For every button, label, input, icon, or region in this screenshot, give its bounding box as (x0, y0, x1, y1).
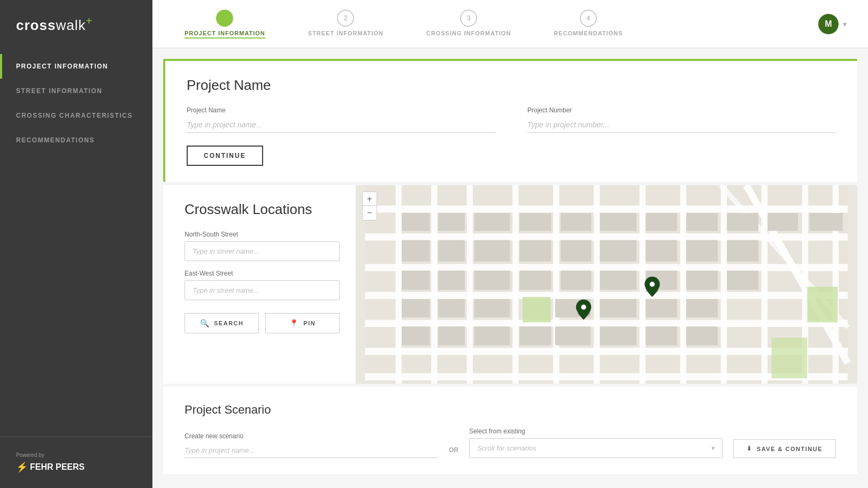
svg-rect-56 (474, 299, 510, 317)
svg-rect-36 (600, 240, 636, 262)
svg-rect-4 (365, 292, 848, 299)
svg-rect-33 (561, 213, 592, 231)
step-circle-2: 2 (337, 10, 354, 27)
svg-rect-61 (402, 326, 429, 345)
step-recommendations[interactable]: 4 RECOMMENDATIONS (554, 10, 623, 39)
north-south-input[interactable] (185, 241, 340, 261)
project-number-label: Project Number (527, 106, 836, 114)
project-scenario-card: Project Scenario Create new scenario OR … (163, 387, 857, 474)
step-label-4: RECOMMENDATIONS (554, 30, 623, 36)
svg-rect-16 (721, 185, 727, 384)
step-project-information[interactable]: ✓ PROJECT INFORMATION (185, 10, 265, 39)
svg-rect-58 (600, 299, 636, 317)
save-continue-button[interactable]: ⬇ SAVE & CONTINUE (733, 439, 836, 458)
step-circle-4: 4 (580, 10, 597, 27)
svg-rect-11 (512, 185, 518, 384)
east-west-input[interactable] (185, 280, 340, 300)
project-name-card: Project Name Project Name Project Number… (163, 59, 857, 182)
map-zoom-out-button[interactable]: − (363, 206, 377, 220)
sidebar-nav: PROJECT INFORMATION STREET INFORMATION C… (0, 49, 152, 437)
svg-rect-34 (561, 240, 592, 262)
svg-rect-3 (365, 264, 848, 271)
sidebar-item-street-information[interactable]: STREET INFORMATION (0, 79, 152, 103)
map-zoom-in-button[interactable]: + (363, 192, 377, 206)
save-icon: ⬇ (747, 445, 752, 452)
project-name-label: Project Name (187, 106, 495, 114)
sidebar-item-project-information[interactable]: PROJECT INFORMATION (0, 54, 152, 79)
top-nav: ✓ PROJECT INFORMATION 2 STREET INFORMATI… (152, 0, 868, 48)
logo-plus: + (86, 15, 93, 27)
svg-rect-27 (439, 213, 465, 231)
sidebar-item-recommendations[interactable]: RECOMMENDATIONS (0, 128, 152, 152)
project-number-group: Project Number (527, 106, 836, 133)
step-label-1: PROJECT INFORMATION (185, 30, 265, 39)
project-name-title: Project Name (187, 77, 836, 94)
svg-rect-5 (365, 320, 848, 327)
project-name-input[interactable] (187, 117, 495, 133)
svg-rect-29 (474, 213, 510, 231)
chevron-down-icon: ▾ (843, 20, 847, 28)
svg-rect-48 (520, 271, 551, 290)
step-circle-3: 3 (460, 10, 477, 27)
svg-rect-41 (727, 213, 758, 231)
svg-rect-15 (680, 185, 686, 384)
sidebar: crosswalk+ PROJECT INFORMATION STREET IN… (0, 0, 152, 488)
svg-rect-9 (431, 185, 437, 384)
logo-walk: walk (56, 17, 86, 33)
steps: ✓ PROJECT INFORMATION 2 STREET INFORMATI… (174, 10, 818, 39)
crosswalk-title: Crosswalk Locations (185, 201, 340, 218)
step-crossing-information[interactable]: 3 CROSSING INFORMATION (426, 10, 511, 39)
svg-rect-65 (555, 326, 591, 345)
svg-rect-23 (807, 287, 838, 323)
svg-rect-38 (646, 240, 677, 262)
crosswalk-locations-card: Crosswalk Locations North-South Street E… (163, 185, 857, 384)
continue-button[interactable]: CONTINUE (187, 146, 263, 166)
svg-rect-1 (365, 205, 848, 212)
svg-rect-35 (600, 213, 636, 231)
step-street-information[interactable]: 2 STREET INFORMATION (308, 10, 383, 39)
svg-rect-32 (520, 240, 551, 262)
scenario-dropdown[interactable]: Scroll for scenarios ▾ (469, 438, 723, 458)
svg-rect-26 (402, 240, 429, 262)
svg-rect-67 (646, 326, 677, 345)
svg-rect-64 (520, 326, 551, 345)
sidebar-item-crossing-characteristics[interactable]: CROSSING CHARACTERISTICS (0, 103, 152, 128)
svg-rect-52 (686, 271, 718, 290)
svg-rect-49 (561, 271, 592, 290)
svg-rect-28 (439, 240, 465, 262)
svg-rect-62 (439, 326, 465, 345)
search-button[interactable]: 🔍 SEARCH (185, 313, 259, 333)
svg-rect-42 (727, 240, 758, 262)
logo-cross: cross (16, 17, 56, 33)
step-label-2: STREET INFORMATION (308, 30, 383, 36)
user-avatar[interactable]: M (818, 14, 839, 34)
svg-rect-10 (467, 185, 473, 384)
step-circle-1: ✓ (216, 10, 233, 27)
search-icon: 🔍 (200, 319, 210, 327)
user-menu[interactable]: M ▾ (818, 14, 847, 34)
svg-rect-54 (402, 299, 429, 317)
create-scenario-input[interactable] (185, 443, 438, 458)
east-west-group: East-West Street (185, 270, 340, 309)
svg-rect-22 (523, 297, 550, 323)
svg-point-72 (650, 282, 655, 287)
or-label: OR (449, 446, 458, 458)
project-name-form-row: Project Name Project Number (187, 106, 836, 133)
svg-rect-30 (474, 240, 510, 262)
north-south-label: North-South Street (185, 231, 340, 238)
scenario-form-row: Create new scenario OR Select from exist… (185, 428, 836, 458)
svg-rect-40 (686, 240, 718, 262)
svg-rect-59 (646, 299, 677, 317)
project-number-input[interactable] (527, 117, 836, 133)
sidebar-footer: Powered by ⚡ FEHR PEERS (0, 437, 152, 488)
crosswalk-form: Crosswalk Locations North-South Street E… (163, 185, 356, 384)
svg-rect-50 (600, 271, 636, 290)
svg-rect-63 (474, 326, 510, 345)
select-label: Select from existing (469, 428, 723, 435)
svg-rect-47 (474, 271, 510, 290)
svg-rect-60 (686, 299, 718, 317)
pin-button[interactable]: 📍 PIN (265, 313, 340, 333)
svg-rect-37 (646, 213, 677, 231)
svg-rect-13 (594, 185, 600, 384)
create-label: Create new scenario (185, 432, 438, 440)
